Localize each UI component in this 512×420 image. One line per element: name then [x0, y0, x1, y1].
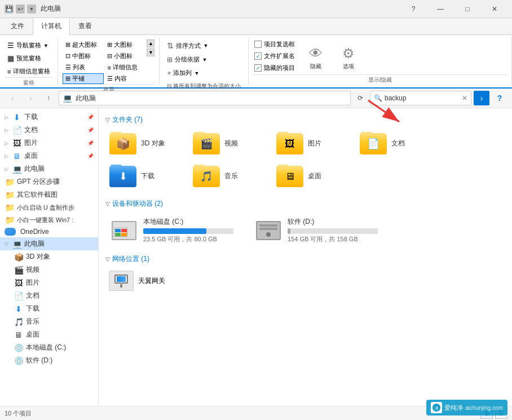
preview-pane-button[interactable]: ▦预览窗格 — [5, 52, 44, 64]
search-icon: 🔍 — [374, 94, 382, 102]
sidebar-item-video[interactable]: 🎬 视频 — [0, 263, 98, 276]
refresh-button[interactable]: ⟳ — [353, 91, 368, 105]
watermark-domain: aichunjing.com — [465, 405, 503, 411]
layout-list[interactable]: ☰列表 — [63, 62, 104, 73]
address-bar[interactable]: 💻 此电脑 — [59, 91, 351, 105]
folder-docs[interactable]: 📄 文档 — [356, 129, 435, 157]
tianyi-name: 天翼网关 — [138, 276, 165, 286]
sidebar-item-this-pc[interactable]: ▷ 💻 此电脑 — [0, 162, 98, 175]
sidebar-label-docs: 文档 — [24, 125, 38, 135]
sidebar-item-win7[interactable]: 📁 小白一键重装 Win7 : — [0, 214, 98, 226]
help-icon[interactable]: ? — [492, 91, 507, 105]
customize-quick-access[interactable]: ▼ — [27, 5, 36, 14]
tab-view[interactable]: 查看 — [70, 17, 100, 34]
sidebar-item-xiaobai[interactable]: 📁 小白启动 U 盘制作步 — [0, 201, 98, 214]
folder-music-name: 音乐 — [224, 171, 238, 181]
ribbon-group-show-hide: 项目复选框 ✓ 文件扩展名 ✓ 隐藏的项目 👁 隐藏 — [249, 37, 512, 85]
nav-pane-button[interactable]: ☰导航窗格▼ — [5, 39, 51, 51]
sidebar-item-doc[interactable]: 📄 文档 — [0, 289, 98, 302]
layout-extra-large[interactable]: ⊞超大图标 — [63, 39, 104, 50]
sidebar-item-software[interactable]: 📁 其它软件截图 — [0, 188, 98, 201]
group-button[interactable]: ⊞ 分组依据 ▼ — [164, 54, 210, 65]
drive-d[interactable]: 软件 (D:) 154 GB 可用，共 158 GB — [250, 213, 383, 247]
quick-access-toolbar[interactable]: 💾 ↩ ▼ — [5, 5, 36, 14]
layout-content[interactable]: ☰内容 — [104, 73, 145, 84]
sidebar-item-download[interactable]: ▷ ⬇ 下载 📌 — [0, 110, 98, 123]
scroll-up-btn[interactable]: ▲ — [147, 39, 155, 47]
hidden-items-box[interactable]: ✓ — [254, 64, 262, 72]
sidebar-item-desktop[interactable]: ▷ 🖥 桌面 📌 — [0, 149, 98, 162]
sidebar-item-pic[interactable]: 🖼 图片 — [0, 276, 98, 289]
d-drive-bar — [288, 228, 290, 234]
sidebar-item-this-pc-active[interactable]: ▽ 💻 此电脑 — [0, 237, 98, 250]
layout-medium[interactable]: ⊡中图标 — [63, 51, 104, 61]
minimize-button[interactable]: — — [427, 0, 453, 18]
folder-video[interactable]: 🎬 视频 — [189, 129, 268, 157]
adjust-col-button[interactable]: ⊟ 将所有列调整为合适的大小 — [164, 81, 244, 92]
sidebar-label-doc: 文档 — [26, 291, 39, 300]
folder-pictures[interactable]: 🖼 图片 — [272, 129, 351, 157]
watermark: 净 爱纯净 aichunjing.com — [426, 400, 507, 415]
network-tianyi[interactable]: 天翼网关 — [105, 268, 505, 293]
drives-list: 本地磁盘 (C:) 23.5 GB 可用，共 80.0 GB — [105, 213, 505, 247]
sidebar-item-3d[interactable]: 📦 3D 对象 — [0, 250, 98, 263]
drives-collapse[interactable]: ▽ — [105, 201, 110, 207]
sidebar-item-docs[interactable]: ▷ 📄 文档 📌 — [0, 123, 98, 136]
options-button[interactable]: ⚙ 选项 — [334, 42, 363, 73]
search-go-button[interactable]: › — [474, 91, 489, 105]
network-collapse[interactable]: ▽ — [105, 256, 110, 262]
hidden-items-option[interactable]: ✓ 隐藏的项目 — [253, 63, 296, 73]
maximize-button[interactable]: □ — [454, 0, 480, 18]
sidebar-item-gpt[interactable]: 📁 GPT 分区步骤 — [0, 175, 98, 188]
folder-section: ▽ 文件夹 (7) 📦 3D 对象 — [105, 115, 505, 190]
file-ext-option[interactable]: ✓ 文件扩展名 — [253, 51, 296, 61]
add-col-button[interactable]: + 添加列 ▼ — [164, 67, 202, 79]
sort-button[interactable]: ⇅ 排序方式 ▼ — [164, 39, 211, 52]
sidebar-item-music[interactable]: 🎵 音乐 — [0, 315, 98, 328]
file-ext-box[interactable]: ✓ — [254, 52, 262, 60]
back-button[interactable]: ‹ — [5, 91, 20, 105]
sidebar-item-dl[interactable]: ⬇ 下载 — [0, 302, 98, 315]
folder-music[interactable]: 🎵 音乐 — [189, 162, 268, 190]
layout-tile[interactable]: ⊞平铺 — [63, 73, 104, 84]
item-checkbox-option[interactable]: 项目复选框 — [253, 39, 296, 49]
search-input[interactable] — [385, 94, 460, 102]
undo-icon[interactable]: ↩ — [16, 5, 25, 14]
sidebar-item-d[interactable]: 💿 软件 (D:) — [0, 354, 98, 367]
hide-button[interactable]: 👁 隐藏 — [302, 42, 330, 73]
sidebar-label-xiaobai: 小白启动 U 盘制作步 — [17, 204, 74, 212]
up-button[interactable]: ↑ — [41, 91, 56, 105]
folder-downloads[interactable]: ⬇ 下载 — [105, 162, 184, 190]
layout-details[interactable]: ≡详细信息 — [104, 62, 145, 73]
folder-collapse[interactable]: ▽ — [105, 117, 110, 123]
sidebar-item-c[interactable]: 💿 本地磁盘 (C:) — [0, 341, 98, 354]
sidebar-item-onedrive[interactable]: OneDrive — [0, 226, 98, 237]
svg-rect-1 — [121, 229, 127, 232]
help-button[interactable]: ? — [400, 0, 426, 18]
tab-computer[interactable]: 计算机 — [33, 17, 70, 35]
forward-button[interactable]: › — [23, 91, 38, 105]
scroll-down-btn[interactable]: ▼ — [147, 48, 155, 56]
d-drive-info: 软件 (D:) 154 GB 可用，共 158 GB — [288, 217, 378, 244]
detail-pane-button[interactable]: ≡详细信息窗格 — [5, 65, 53, 77]
sidebar-label-software: 其它软件截图 — [17, 190, 58, 200]
folder-3d[interactable]: 📦 3D 对象 — [105, 129, 184, 157]
layout-large[interactable]: ⊞大图标 — [104, 39, 145, 50]
sidebar-item-desk[interactable]: 🖥 桌面 — [0, 328, 98, 341]
sidebar-item-pictures[interactable]: ▷ 🖼 图片 📌 — [0, 136, 98, 149]
folder-desktop[interactable]: 🖥 桌面 — [272, 162, 351, 190]
save-icon[interactable]: 💾 — [5, 5, 14, 14]
drive-c[interactable]: 本地磁盘 (C:) 23.5 GB 可用，共 80.0 GB — [105, 213, 239, 247]
layout-small[interactable]: ⊟小图标 — [104, 51, 145, 61]
tab-file[interactable]: 文件 — [2, 17, 33, 34]
search-clear-icon[interactable]: ✕ — [462, 94, 467, 102]
options-icon: ⚙ — [339, 45, 357, 63]
search-box[interactable]: 🔍 ✕ — [370, 91, 471, 105]
video-icon: 🎬 — [14, 266, 24, 275]
close-button[interactable]: ✕ — [482, 0, 507, 18]
folder-grid: 📦 3D 对象 🎬 视频 — [105, 129, 505, 190]
d-drive-icon — [255, 220, 282, 241]
layout-scroll[interactable]: ▲ ▼ — [147, 39, 155, 56]
item-checkbox-box[interactable] — [254, 41, 262, 48]
layout-group-content: ⊞超大图标 ⊞大图标 ⊡中图标 ⊟小图标 ☰列表 ≡详细信息 ⊞平铺 ☰内容 ▲… — [63, 37, 155, 84]
